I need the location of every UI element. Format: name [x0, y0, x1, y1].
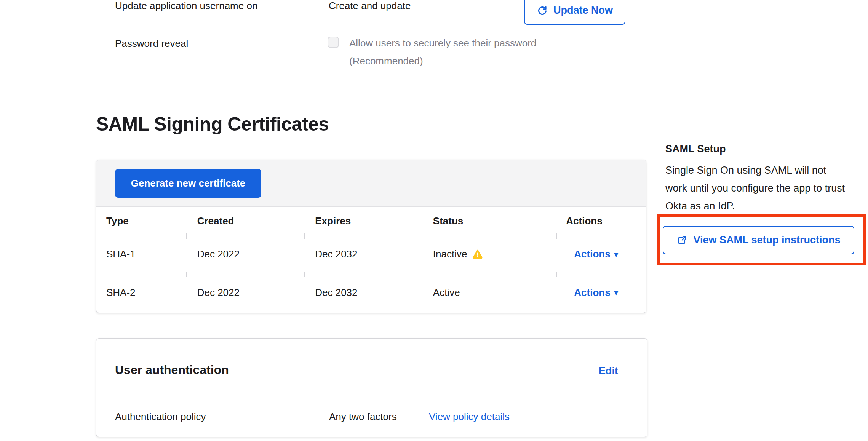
saml-setup-heading: SAML Setup	[665, 143, 726, 155]
okta-app-settings-page: Update application username on Create an…	[0, 0, 868, 441]
status-text: Inactive	[433, 248, 467, 260]
cell-type: SHA-2	[96, 287, 186, 299]
status-text: Active	[433, 287, 460, 299]
column-divider-tick	[556, 272, 557, 277]
column-divider-tick	[304, 233, 305, 239]
warning-icon	[472, 249, 483, 260]
cell-expires: Dec 2032	[304, 248, 421, 260]
actions-label: Actions	[574, 248, 610, 260]
actions-dropdown-sha2[interactable]: Actions ▾	[574, 287, 618, 299]
column-divider-tick	[556, 233, 557, 239]
user-authentication-title: User authentication	[115, 363, 229, 377]
certificates-toolbar: Generate new certificate	[96, 160, 646, 207]
header-type: Type	[96, 215, 186, 227]
column-divider-tick	[304, 272, 305, 277]
page-title: SAML Signing Certificates	[96, 113, 329, 135]
password-reveal-checkbox[interactable]	[328, 37, 339, 48]
column-divider-tick	[422, 233, 422, 239]
external-link-icon	[676, 235, 687, 246]
cell-status: Active	[421, 287, 556, 299]
actions-label: Actions	[574, 287, 610, 299]
generate-certificate-button[interactable]: Generate new certificate	[115, 169, 261, 198]
certificates-table-header: Type Created Expires Status Actions	[96, 207, 646, 235]
update-username-label: Update application username on	[115, 0, 257, 12]
column-divider-tick	[422, 272, 422, 277]
header-expires: Expires	[304, 215, 421, 227]
cell-type: SHA-1	[96, 248, 186, 260]
user-authentication-card: User authentication Edit Authentication …	[96, 338, 647, 437]
password-reveal-label: Password reveal	[115, 38, 188, 50]
column-divider-tick	[186, 272, 187, 277]
saml-setup-description: Single Sign On using SAML will not work …	[665, 161, 848, 215]
actions-dropdown-sha1[interactable]: Actions ▾	[574, 248, 618, 260]
view-saml-instructions-button[interactable]: View SAML setup instructions	[663, 226, 854, 254]
table-row-sha2: SHA-2 Dec 2022 Dec 2032 Active Actions ▾	[96, 273, 646, 312]
view-saml-instructions-label: View SAML setup instructions	[693, 234, 840, 246]
header-actions: Actions	[556, 215, 646, 227]
column-divider-tick	[186, 233, 187, 239]
header-created: Created	[186, 215, 304, 227]
refresh-icon	[537, 5, 548, 16]
header-status: Status	[421, 215, 556, 227]
authentication-policy-label: Authentication policy	[115, 411, 206, 423]
cell-status: Inactive	[421, 248, 556, 260]
cell-created: Dec 2022	[186, 248, 304, 260]
table-row-sha1: SHA-1 Dec 2022 Dec 2032 Inactive Actions…	[96, 235, 646, 273]
edit-link[interactable]: Edit	[599, 365, 618, 377]
update-now-button[interactable]: Update Now	[524, 0, 625, 25]
authentication-policy-value: Any two factors	[329, 411, 397, 423]
chevron-down-icon: ▾	[614, 288, 618, 297]
view-policy-details-link[interactable]: View policy details	[429, 411, 510, 423]
update-username-value: Create and update	[329, 0, 411, 12]
cell-created: Dec 2022	[186, 287, 304, 299]
saml-certificates-card: Generate new certificate Type Created Ex…	[96, 160, 646, 313]
chevron-down-icon: ▾	[614, 250, 618, 259]
update-now-label: Update Now	[553, 5, 613, 16]
cell-expires: Dec 2032	[304, 287, 421, 299]
password-reveal-checkbox-label: Allow users to securely see their passwo…	[349, 34, 563, 70]
